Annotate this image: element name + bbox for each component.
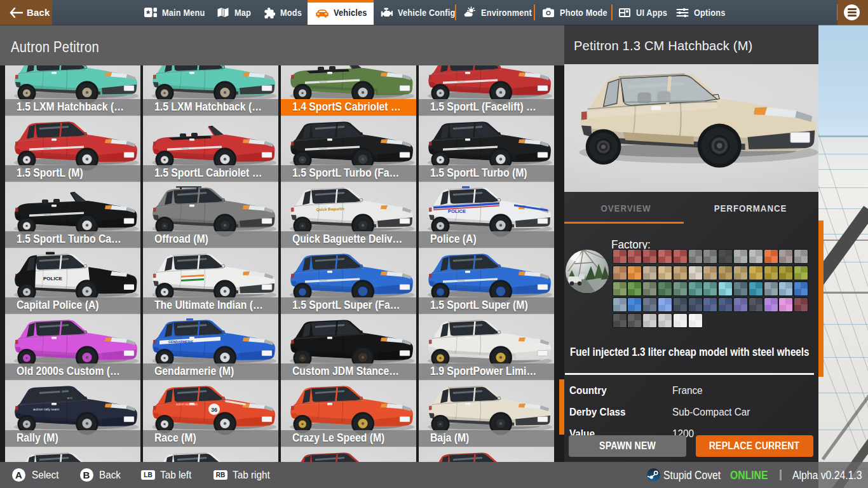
svg-text:SportL: SportL: [43, 146, 51, 149]
svg-text:SportL: SportL: [319, 279, 327, 282]
svg-text:SportL: SportL: [319, 146, 327, 149]
svg-text:autron race team: autron race team: [176, 403, 198, 406]
svg-text:POLICE: POLICE: [43, 276, 62, 281]
svg-text:SportL: SportL: [457, 146, 465, 149]
svg-text:a.r.t: a.r.t: [67, 396, 72, 400]
svg-text:SportL: SportL: [43, 212, 51, 215]
svg-text:POLICE: POLICE: [448, 208, 466, 214]
svg-text:SportL: SportL: [457, 80, 465, 83]
svg-text:SportL: SportL: [457, 279, 465, 282]
svg-text:autron rally team: autron rally team: [33, 407, 59, 411]
svg-text:SportL: SportL: [319, 80, 327, 83]
svg-text:SportL: SportL: [181, 146, 189, 149]
svg-text:36: 36: [211, 407, 217, 413]
svg-text:GENDARMERIE: GENDARMERIE: [168, 340, 193, 344]
